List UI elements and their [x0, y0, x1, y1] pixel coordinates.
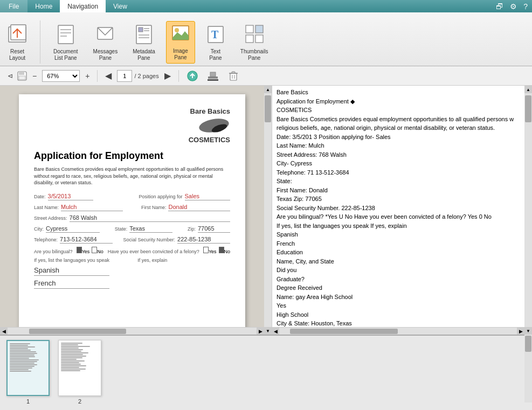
zoom-in-btn[interactable]: + — [82, 70, 93, 82]
doc-v-scrollbar[interactable]: ▲ ▼ — [264, 86, 272, 335]
thumbnail-container: 12 — [6, 340, 101, 405]
thumbnail-item[interactable]: 2 — [58, 340, 101, 405]
menu-navigation[interactable]: Navigation — [60, 0, 106, 12]
thumbnail-image — [6, 340, 50, 396]
document-page: Bare Basics COSMETICS — [19, 94, 245, 327]
phone-label: Telephone: — [34, 237, 58, 242]
thumbnails-pane-label: ThumbnailsPane — [240, 48, 268, 61]
menu-view[interactable]: View — [106, 0, 135, 12]
reset-layout-btn[interactable]: Reset Layout — [3, 20, 31, 64]
text-pane-line: Yes — [277, 301, 520, 310]
text-pane-line: Graduate? — [277, 275, 520, 284]
application-title: Application for Employment — [34, 150, 230, 162]
svg-rect-27 — [208, 79, 218, 81]
text-h-scroll-right-btn[interactable]: ▶ — [517, 328, 524, 335]
text-pane-line: Social Security Number. 222-85-1238 — [277, 204, 520, 213]
svg-rect-1 — [11, 25, 26, 40]
thumbnails-pane-btn[interactable]: ThumbnailsPane — [236, 22, 273, 64]
phone-row: Telephone: 713-512-3684 Social Security … — [34, 236, 230, 244]
doc-h-scrollbar[interactable]: ◀ ▶ — [0, 327, 264, 335]
thumbnails-icon — [245, 24, 264, 47]
window-icon[interactable]: 🗗 — [494, 2, 506, 11]
ribbon: Reset Layout DocumentList Pane MessagesP… — [0, 12, 532, 66]
thumbnail-content — [59, 340, 101, 374]
nav-left-outer-btn[interactable]: ⊲ — [4, 71, 16, 81]
document-scroll[interactable]: Bare Basics COSMETICS — [0, 86, 264, 327]
text-h-scroll-left-btn[interactable]: ◀ — [272, 328, 279, 335]
text-scroll-down-btn[interactable]: ▼ — [524, 327, 532, 335]
h-scroll-left-btn[interactable]: ◀ — [0, 328, 8, 335]
image-pane-btn[interactable]: ImagePane — [166, 21, 195, 64]
h-scroll-right-btn[interactable]: ▶ — [257, 328, 264, 335]
thumb-v-scrollbar[interactable] — [524, 335, 532, 402]
svg-text:T: T — [211, 29, 219, 40]
thumbnail-item[interactable]: 1 — [6, 340, 50, 405]
text-pane-btn[interactable]: T TextPane — [202, 22, 230, 64]
prev-page-btn[interactable]: ◀ — [102, 69, 115, 82]
text-v-scrollbar[interactable]: ▲ ▼ — [524, 86, 532, 335]
thumbnail-image — [58, 340, 101, 396]
toolbar-sep-2 — [178, 70, 179, 82]
text-pane-line: Bare Basics — [277, 88, 520, 97]
language2-field: French — [34, 279, 109, 289]
messages-label: MessagesPane — [93, 48, 118, 61]
next-page-btn[interactable]: ▶ — [161, 69, 174, 82]
application-subtitle: Bare Basics Cosmetics provides equal emp… — [34, 166, 230, 186]
trash-btn[interactable] — [224, 68, 243, 84]
text-pane-line: First Name: Donald — [277, 186, 520, 195]
first-name-value: Donald — [168, 204, 230, 211]
svg-rect-26 — [210, 72, 216, 77]
trash-icon — [227, 70, 239, 82]
text-scroll-up-btn[interactable]: ▲ — [524, 86, 532, 93]
text-pane[interactable]: Bare BasicsApplication for Employment ◆C… — [272, 86, 524, 327]
doc-scroll-down-btn[interactable]: ▼ — [264, 327, 272, 335]
street-value: 768 Walsh — [70, 214, 230, 222]
menu-home[interactable]: Home — [27, 0, 60, 12]
ssn-label: Social Security Number: — [123, 237, 176, 242]
bilingual-no-checkbox[interactable] — [92, 247, 97, 253]
date-value: 3/5/2013 — [48, 193, 93, 200]
bilingual-yes-label: Yes — [82, 249, 90, 254]
help-icon[interactable]: ? — [521, 2, 530, 11]
felony-no-checkbox[interactable] — [219, 247, 224, 253]
last-name-label: Last Name: — [34, 205, 59, 210]
company-name: Bare Basics — [189, 107, 230, 115]
bilingual-yes-checkbox[interactable] — [77, 247, 82, 253]
svg-rect-2 — [58, 25, 73, 44]
felony-no-label: No — [224, 249, 231, 254]
settings-icon[interactable]: ⚙ — [508, 2, 519, 11]
document-list-pane-btn[interactable]: DocumentList Pane — [49, 22, 82, 64]
messages-icon — [95, 24, 115, 47]
phone-value: 713-512-3684 — [60, 236, 113, 244]
annotate-btn[interactable] — [183, 68, 202, 84]
metadata-label: MetadataPane — [133, 48, 155, 61]
reset-layout-label: Reset Layout — [9, 48, 25, 61]
street-row: Street Address: 768 Walsh — [34, 214, 230, 222]
doc-scroll-up-btn[interactable]: ▲ — [264, 86, 272, 93]
felony-yes-checkbox[interactable] — [203, 247, 209, 253]
thumbnail-number: 1 — [26, 398, 30, 405]
messages-pane-btn[interactable]: MessagesPane — [89, 22, 122, 64]
page-number-input[interactable]: 1 — [117, 70, 132, 82]
zip-value: 77065 — [198, 225, 230, 233]
text-pane-line: Date: 3/5/201 3 Position applying for- S… — [277, 133, 520, 142]
svg-rect-25 — [208, 77, 218, 79]
metadata-pane-btn[interactable]: MetadataPane — [128, 22, 160, 64]
zoom-select[interactable]: 67% 50% 75% 100% — [42, 70, 80, 82]
menu-file[interactable]: File — [0, 0, 27, 12]
stamp-btn[interactable] — [204, 68, 222, 84]
annotate-icon — [186, 70, 198, 82]
felony-yes-label: Yes — [209, 249, 217, 254]
document-list-label: DocumentList Pane — [53, 48, 78, 61]
text-pane-line: Telephone: 71 13-512-3684 — [277, 168, 520, 177]
svg-rect-8 — [139, 27, 143, 32]
toolbar: ⊲ − 67% 50% 75% 100% + ◀ 1 / 2 pages ▶ — [0, 66, 532, 86]
reset-layout-icon — [8, 23, 27, 47]
doc-header: Bare Basics COSMETICS — [34, 107, 230, 144]
text-pane-line: Did you — [277, 266, 520, 275]
text-h-scrollbar[interactable]: ◀ ▶ — [272, 327, 524, 335]
first-name-label: First Name: — [141, 205, 167, 210]
document-list-icon — [56, 24, 75, 47]
text-h-scroll-thumb — [290, 329, 398, 334]
zoom-out-btn[interactable]: − — [29, 70, 40, 82]
